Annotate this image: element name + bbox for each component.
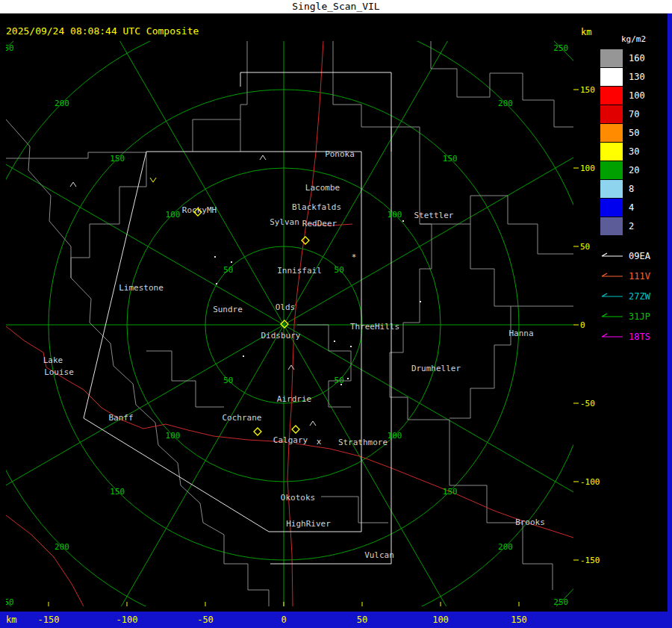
city-label: Limestone [119, 283, 164, 293]
city-label: Brooks [515, 517, 545, 527]
bottom-axis-tick-label: -50 [189, 615, 222, 625]
range-ring-label: 200 [498, 99, 513, 108]
color-scale-value: 2 [629, 221, 634, 231]
site-arrow-icon [600, 332, 624, 341]
bottom-axis-tick-label: 50 [346, 615, 379, 625]
color-scale-entry: 50 [600, 124, 669, 142]
color-scale-value: 4 [629, 202, 634, 213]
site-arrow-icon [600, 272, 624, 281]
city-label: Innisfail [277, 266, 322, 276]
city-label: Strathmore [338, 438, 388, 447]
map-dot-marker [231, 261, 232, 263]
city-label: Lake [43, 355, 63, 365]
caret-up-marker [288, 365, 294, 370]
color-swatch [600, 105, 623, 123]
map-dot-marker [347, 378, 349, 379]
map-dot-marker [402, 220, 404, 222]
range-ring-label: 50 [223, 376, 233, 385]
city-label: Hanna [508, 329, 533, 338]
range-rings-layer [0, 0, 672, 628]
range-ring-label: 50 [335, 265, 344, 275]
range-ring-label: 100 [166, 210, 181, 220]
city-label: Didsbury [261, 331, 301, 341]
range-ring-label: 150 [110, 487, 125, 497]
color-scale-entry: 4 [600, 199, 669, 217]
bottom-axis-ticks [49, 602, 519, 606]
range-ring-label: 100 [388, 210, 402, 220]
city-label: Blackfalds [292, 202, 341, 212]
color-swatch [600, 199, 623, 217]
city-label: Calgary [273, 435, 308, 445]
color-swatch [600, 124, 623, 142]
range-ring-label: 50 [223, 265, 233, 275]
right-axis: 150100500-50-100-150 [573, 85, 600, 565]
radar-site-diamond-marker [302, 237, 309, 244]
color-scale-entry: 70 [600, 105, 669, 123]
range-ring-label: 100 [388, 431, 402, 441]
city-label: RedDeer [302, 219, 337, 228]
site-arrow-icon [600, 292, 624, 301]
radar-site-entry: 31JP [600, 306, 669, 326]
right-axis-tick-label: 100 [580, 164, 595, 173]
range-ring-label: 200 [55, 542, 69, 552]
legend-panel: kg/m2 16013010070503020842 09EA111V27ZW3… [600, 34, 669, 346]
radar-map-canvas[interactable]: 5010015020025050100150200250501001502002… [0, 0, 672, 628]
radar-site-diamond-marker [254, 428, 261, 435]
radar-sites-legend: 09EA111V27ZW31JP18TS [600, 246, 669, 346]
range-ring-label: 50 [335, 376, 344, 385]
site-id-label: 27ZW [629, 291, 650, 302]
color-scale-entry: 130 [600, 68, 669, 86]
overlay-markers-layer: *x [70, 155, 421, 447]
color-scale-value: 8 [629, 184, 634, 194]
city-label: Vulcan [364, 550, 394, 560]
right-axis-tick-label: -100 [580, 477, 600, 487]
range-ring-label: 100 [166, 431, 181, 441]
right-axis-tick-label: -150 [580, 556, 600, 565]
bottom-axis-tick-label: -100 [111, 615, 143, 625]
color-scale-entry: 30 [600, 143, 669, 161]
color-swatch [600, 68, 623, 86]
color-scale-entry: 8 [600, 180, 669, 198]
map-dot-marker [214, 256, 216, 258]
map-dot-marker [243, 355, 244, 357]
city-label: Airdrie [277, 394, 311, 404]
color-scale-value: 70 [629, 109, 639, 119]
range-ring-label: 200 [55, 99, 69, 108]
radar-site-entry: 111V [600, 266, 669, 286]
city-label: Louise [44, 367, 74, 377]
radar-site-entry: 27ZW [600, 286, 669, 306]
color-scale-entry: 160 [600, 49, 669, 67]
map-dot-marker [216, 283, 217, 285]
caret-up-marker [310, 421, 316, 426]
site-id-label: 31JP [629, 311, 650, 322]
city-label: Stettler [414, 211, 454, 220]
radar-site-diamond-marker [292, 426, 299, 433]
city-label: Cochrane [223, 413, 262, 423]
azimuth-spokes-layer [0, 0, 672, 628]
color-scale-value: 160 [629, 53, 645, 63]
bottom-axis-tick-label: 150 [503, 615, 535, 625]
city-label: Ponoka [325, 149, 355, 159]
site-arrow-icon [600, 312, 624, 321]
color-swatch [600, 161, 623, 179]
range-ring-label: 250 [553, 597, 568, 607]
caret-down-marker [150, 178, 156, 182]
city-label: ThreeHills [350, 322, 399, 332]
bottom-axis-unit-label: km [6, 615, 16, 625]
city-label: Okotoks [281, 493, 315, 503]
color-scale: 16013010070503020842 [600, 49, 669, 235]
caret-up-marker [260, 155, 266, 160]
color-scale-entry: 100 [600, 87, 669, 105]
color-scale-value: 30 [629, 146, 639, 157]
map-dot-marker [340, 384, 342, 385]
caret-up-marker [70, 182, 76, 187]
city-label: Banff [108, 413, 133, 423]
window-right-border [668, 13, 672, 612]
range-ring-label: 150 [443, 487, 458, 497]
legend-unit-label: kg/m2 [621, 34, 669, 44]
radar-site-entry: 09EA [600, 246, 669, 266]
range-ring-label: 250 [0, 43, 14, 53]
color-scale-entry: 2 [600, 217, 669, 235]
color-scale-entry: 20 [600, 161, 669, 179]
color-swatch [600, 180, 623, 198]
